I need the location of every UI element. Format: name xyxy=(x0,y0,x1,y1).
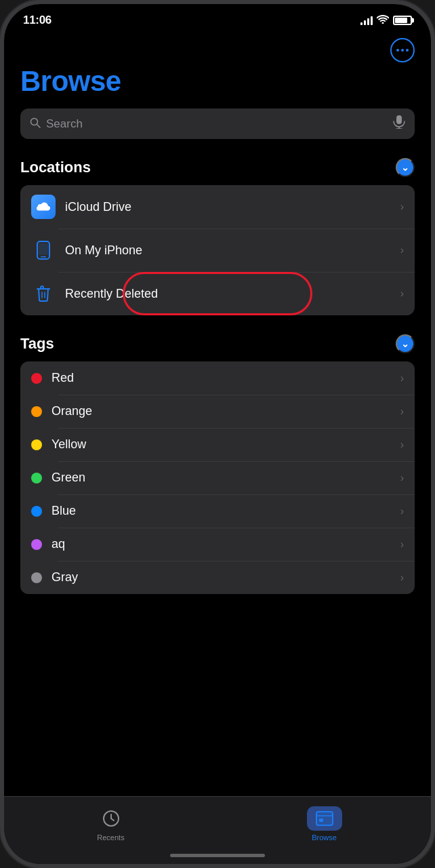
tab-browse[interactable]: Browse xyxy=(218,804,431,844)
more-button[interactable] xyxy=(390,38,415,62)
svg-rect-2 xyxy=(396,115,402,124)
locations-collapse-button[interactable]: ⌄ xyxy=(396,158,415,177)
tag-label-gray: Gray xyxy=(51,570,391,585)
on-my-iphone-icon xyxy=(31,238,56,262)
svg-rect-8 xyxy=(39,243,48,255)
chevron-right-icon: › xyxy=(400,505,404,517)
tag-label-blue: Blue xyxy=(51,504,391,518)
locations-title: Locations xyxy=(20,159,91,176)
search-icon xyxy=(30,117,41,131)
search-placeholder: Search xyxy=(46,117,388,131)
yellow-dot-icon xyxy=(31,439,42,450)
tags-collapse-button[interactable]: ⌄ xyxy=(396,334,415,353)
browse-tab-label: Browse xyxy=(312,833,337,842)
recently-deleted-item[interactable]: Recently Deleted › xyxy=(20,272,415,315)
blue-dot-icon xyxy=(31,506,42,517)
tag-item-orange[interactable]: Orange › xyxy=(20,395,415,428)
chevron-down-icon: ⌄ xyxy=(401,338,409,349)
status-icons xyxy=(360,15,412,26)
browse-tab-icon xyxy=(307,806,342,831)
list-item[interactable]: On My iPhone › xyxy=(20,229,415,272)
chevron-down-icon: ⌄ xyxy=(401,162,409,173)
recently-deleted-icon xyxy=(31,281,56,306)
screen: 11:06 xyxy=(4,4,431,864)
tags-section-header: Tags ⌄ xyxy=(20,334,415,353)
tag-label-orange: Orange xyxy=(51,404,391,418)
tag-label-green: Green xyxy=(51,471,391,485)
home-indicator xyxy=(170,854,265,857)
microphone-icon xyxy=(393,115,405,132)
chevron-right-icon: › xyxy=(400,406,404,418)
chevron-right-icon: › xyxy=(400,439,404,451)
tag-item-red[interactable]: Red › xyxy=(20,361,415,395)
list-item[interactable]: iCloud Drive › xyxy=(20,185,415,229)
on-my-iphone-label: On My iPhone xyxy=(65,243,391,258)
tags-list: Red › Orange › Yellow › Gr xyxy=(20,361,415,594)
tag-item-green[interactable]: Green › xyxy=(20,461,415,494)
tab-recents[interactable]: Recents xyxy=(4,804,218,844)
aq-dot-icon xyxy=(31,539,42,550)
svg-rect-6 xyxy=(41,256,46,258)
chevron-right-icon: › xyxy=(400,201,404,213)
phone-frame: 11:06 xyxy=(0,0,435,868)
tag-item-yellow[interactable]: Yellow › xyxy=(20,428,415,461)
svg-rect-13 xyxy=(316,812,333,825)
tag-item-gray[interactable]: Gray › xyxy=(20,561,415,594)
header-row xyxy=(20,33,415,65)
status-time: 11:06 xyxy=(23,14,51,27)
chevron-right-icon: › xyxy=(400,538,404,551)
svg-rect-7 xyxy=(41,241,45,242)
orange-dot-icon xyxy=(31,406,42,417)
chevron-right-icon: › xyxy=(400,572,404,584)
chevron-right-icon: › xyxy=(400,288,404,300)
recents-tab-label: Recents xyxy=(97,833,124,842)
chevron-right-icon: › xyxy=(400,472,404,484)
gray-dot-icon xyxy=(31,572,42,583)
search-bar[interactable]: Search xyxy=(20,108,415,139)
icloud-drive-label: iCloud Drive xyxy=(65,200,391,214)
locations-section-header: Locations ⌄ xyxy=(20,158,415,177)
battery-icon xyxy=(393,16,412,25)
recents-tab-icon xyxy=(94,806,129,831)
tag-item-blue[interactable]: Blue › xyxy=(20,494,415,528)
svg-rect-15 xyxy=(319,818,323,822)
svg-line-1 xyxy=(37,124,41,127)
icloud-drive-icon xyxy=(31,195,56,219)
tag-label-yellow: Yellow xyxy=(51,437,391,452)
page-title: Browse xyxy=(20,65,415,98)
chevron-right-icon: › xyxy=(400,244,404,256)
signal-icon xyxy=(360,16,373,25)
green-dot-icon xyxy=(31,473,42,484)
tag-label-aq: aq xyxy=(51,537,391,551)
tag-item-aq[interactable]: aq › xyxy=(20,528,415,561)
recently-deleted-label: Recently Deleted xyxy=(65,287,391,301)
tag-label-red: Red xyxy=(51,371,391,385)
wifi-icon xyxy=(377,15,389,26)
more-dots-icon xyxy=(396,49,409,52)
chevron-right-icon: › xyxy=(400,372,404,384)
main-content: Browse Search xyxy=(4,33,431,825)
notch xyxy=(157,4,278,28)
tags-title: Tags xyxy=(20,335,54,353)
red-dot-icon xyxy=(31,373,42,384)
locations-list: iCloud Drive › On My iPhone › xyxy=(20,185,415,315)
